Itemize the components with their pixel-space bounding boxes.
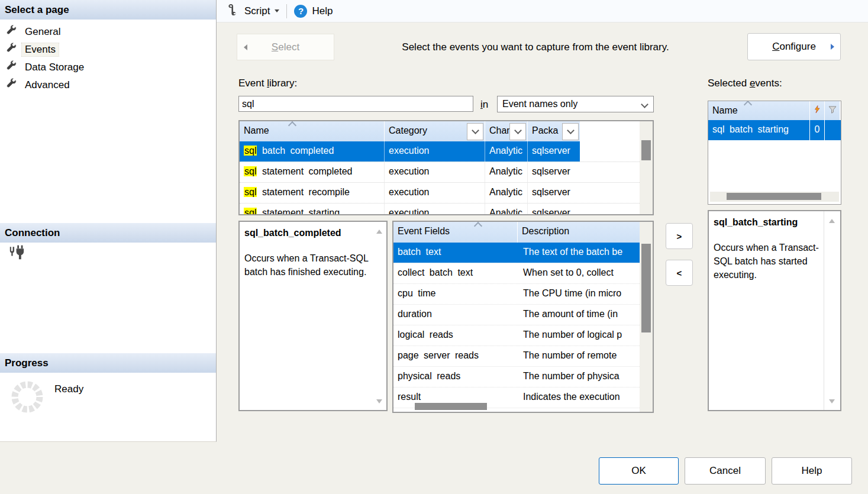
table-row[interactable]: page server reads The number of remote: [393, 346, 640, 367]
column-header-package[interactable]: Packa: [528, 121, 580, 141]
select-tab-button: Select: [237, 34, 334, 60]
sidebar-item-label: Events: [22, 43, 59, 56]
ok-button[interactable]: OK: [599, 457, 679, 485]
selected-event-description-pane: sql_batch_starting Occurs when a Transac…: [708, 210, 841, 411]
sidebar-item-label: Data Storage: [22, 61, 87, 74]
table-row[interactable]: physical reads The number of physica: [393, 367, 640, 388]
sort-ascending-icon: [744, 101, 752, 109]
event-search-input[interactable]: [238, 96, 473, 112]
event-description-body: Occurs when a Transact-SQL batch has fin…: [240, 238, 386, 279]
cancel-button[interactable]: Cancel: [685, 457, 766, 485]
table-row[interactable]: batch text The text of the batch be: [393, 243, 640, 263]
remove-event-button[interactable]: <: [666, 260, 693, 286]
connection-plugs-icon: [7, 244, 26, 264]
add-event-button[interactable]: >: [666, 223, 693, 249]
scroll-up-icon[interactable]: [829, 219, 835, 223]
arrow-left-icon: [244, 44, 247, 50]
field-description-cell: The number of physica: [518, 367, 640, 387]
column-header-filter[interactable]: [825, 101, 840, 120]
help-toolbar-button[interactable]: Help: [289, 2, 337, 20]
table-row[interactable]: sql statement recompile execution Analyt…: [240, 183, 640, 204]
package-cell: sqlserver: [528, 162, 580, 182]
help-button[interactable]: Help: [772, 457, 852, 485]
scroll-down-icon[interactable]: [376, 399, 382, 403]
scrollbar-thumb[interactable]: [727, 193, 821, 200]
configure-button[interactable]: Configure: [747, 33, 841, 60]
selected-description-body: Occurs when a Transact-SQL batch has sta…: [709, 228, 840, 282]
connection-header: Connection: [0, 223, 216, 243]
scrollbar-thumb[interactable]: [415, 403, 487, 410]
package-filter-dropdown[interactable]: [562, 123, 579, 140]
library-grid-vertical-scrollbar[interactable]: [640, 121, 653, 214]
scroll-up-icon[interactable]: [376, 230, 382, 234]
page-list: General Events Data Storage Advanced: [0, 23, 216, 94]
scroll-down-icon[interactable]: [829, 399, 835, 403]
script-scroll-icon: [226, 3, 240, 20]
column-header-name[interactable]: Name: [240, 121, 385, 141]
channel-cell: Analytic: [485, 141, 528, 162]
arrow-right-icon: [831, 44, 834, 50]
column-header-category[interactable]: Category: [385, 121, 485, 141]
table-row[interactable]: duration The amount of time (in: [393, 305, 640, 325]
progress-status: Ready: [54, 383, 83, 395]
selected-grid-horizontal-scrollbar[interactable]: [710, 192, 839, 202]
sidebar-item-advanced[interactable]: Advanced: [0, 76, 216, 94]
column-header-channel[interactable]: Chan: [485, 121, 528, 141]
selected-event-name-cell: sql batch starting: [708, 120, 810, 140]
scrollbar-thumb[interactable]: [641, 244, 651, 332]
sidebar-item-label: Advanced: [22, 79, 73, 92]
fields-grid-vertical-scrollbar[interactable]: [640, 222, 653, 412]
field-name-cell: logical reads: [393, 325, 518, 346]
event-library-grid: Name Category Chan Packa sql batch compl…: [238, 120, 654, 215]
category-cell: execution: [385, 162, 485, 182]
sidebar-item-events[interactable]: Events: [0, 41, 216, 59]
channel-filter-dropdown[interactable]: [509, 123, 526, 140]
event-fields-grid: Event Fields Description batch text The …: [392, 221, 654, 413]
search-match-highlight: sql: [244, 208, 257, 215]
table-row[interactable]: sql statement starting execution Analyti…: [240, 204, 640, 215]
field-description-cell: The amount of time (in: [518, 305, 640, 325]
fields-grid-horizontal-scrollbar[interactable]: [393, 401, 640, 412]
table-row[interactable]: collect batch text When set to 0, collec…: [393, 263, 640, 284]
scrollbar-thumb[interactable]: [641, 140, 651, 160]
column-header-event-fields[interactable]: Event Fields: [393, 222, 518, 243]
field-name-cell: collect batch text: [393, 263, 518, 283]
script-button-label: Script: [244, 5, 270, 17]
table-row[interactable]: sql statement completed execution Analyt…: [240, 162, 640, 183]
column-header-actions[interactable]: [810, 101, 825, 120]
column-header-description[interactable]: Description: [518, 222, 640, 243]
sidebar-item-data-storage[interactable]: Data Storage: [0, 59, 216, 76]
chevron-down-icon: [472, 127, 479, 134]
script-button[interactable]: Script: [221, 2, 284, 20]
toolbar: Script Help: [217, 0, 868, 22]
table-row[interactable]: sql batch starting 0: [708, 120, 841, 140]
field-name-cell: duration: [393, 305, 518, 325]
table-row[interactable]: cpu time The CPU time (in micro: [393, 284, 640, 305]
field-description-cell: The number of remote: [518, 346, 640, 366]
chevron-down-icon: [275, 9, 279, 12]
search-match-highlight: sql: [244, 187, 257, 197]
selected-events-grid: Name sql batch starting 0: [708, 101, 841, 205]
search-scope-dropdown[interactable]: Event names only: [497, 96, 654, 112]
sidebar-item-general[interactable]: General: [0, 23, 216, 41]
table-row[interactable]: logical reads The number of logical p: [393, 325, 640, 346]
selected-description-title: sql_batch_starting: [709, 211, 840, 228]
filter-funnel-icon: [828, 105, 837, 116]
fields-grid-header: Event Fields Description: [393, 222, 653, 243]
configure-label: Configure: [772, 41, 816, 53]
description-scrollbar[interactable]: [824, 211, 840, 410]
chevron-down-icon: [567, 127, 575, 134]
progress-header: Progress: [0, 353, 216, 373]
field-name-cell: batch text: [393, 243, 518, 263]
table-row[interactable]: sql batch completed execution Analytic s…: [240, 141, 640, 162]
event-description-title: sql_batch_completed: [240, 222, 386, 238]
category-cell: execution: [385, 183, 485, 203]
selected-event-count-cell: 0: [810, 120, 825, 140]
search-match-highlight: sql: [244, 166, 257, 176]
selected-grid-header: Name: [708, 101, 841, 120]
channel-cell: Analytic: [485, 204, 528, 215]
column-header-name[interactable]: Name: [708, 101, 810, 120]
sidebar-item-label: General: [22, 25, 63, 38]
help-button-label: Help: [312, 5, 333, 17]
category-filter-dropdown[interactable]: [467, 123, 483, 140]
